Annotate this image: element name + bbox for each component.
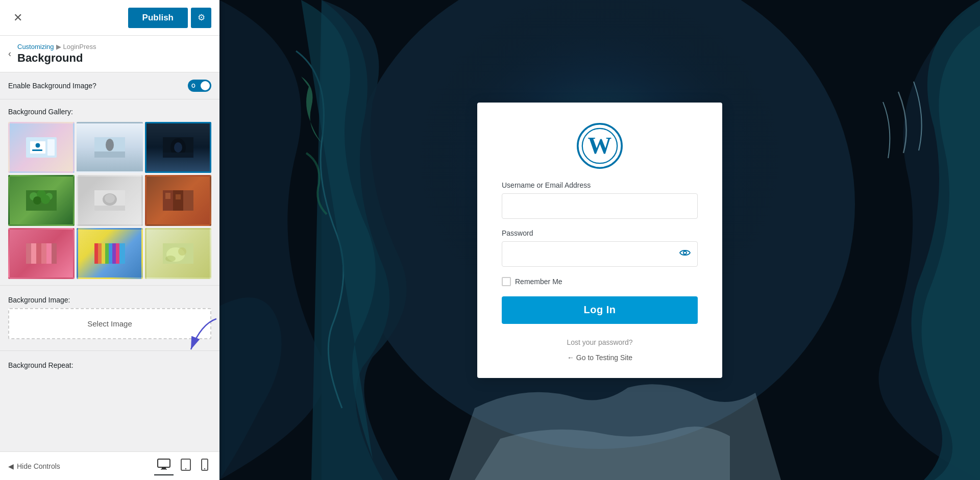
- customizer-panel: ✕ Publish ⚙ ‹ Customizing ▶ LoginPress B…: [0, 0, 219, 480]
- svg-point-16: [33, 196, 41, 205]
- publish-area: Publish ⚙: [128, 8, 211, 28]
- remember-me-checkbox[interactable]: [502, 277, 511, 286]
- svg-rect-11: [163, 153, 193, 158]
- password-wrapper: [502, 241, 698, 267]
- hide-controls-label: Hide Controls: [17, 462, 60, 470]
- gallery-grid: [0, 120, 219, 285]
- svg-rect-4: [47, 139, 55, 156]
- preview-background: W Username or Email Address Password: [219, 0, 980, 480]
- gallery-thumb-2[interactable]: [77, 122, 143, 173]
- svg-rect-7: [94, 151, 125, 158]
- svg-rect-39: [105, 243, 109, 264]
- svg-rect-24: [173, 190, 183, 211]
- hide-controls-button[interactable]: ◀ Hide Controls: [8, 462, 60, 470]
- toggle-label: Enable Background Image?: [8, 82, 96, 90]
- mobile-view-button[interactable]: [198, 457, 211, 475]
- svg-rect-31: [36, 243, 41, 264]
- device-icons-group: [154, 457, 211, 475]
- background-repeat-label: Background Repeat:: [8, 355, 211, 371]
- toggle-knob: [201, 81, 210, 90]
- svg-rect-25: [183, 190, 193, 211]
- svg-point-17: [41, 195, 50, 204]
- password-form-group: Password: [502, 229, 698, 267]
- enable-background-toggle-row: Enable Background Image? O: [0, 72, 219, 99]
- svg-point-47: [165, 256, 176, 262]
- svg-rect-41: [112, 243, 116, 264]
- svg-rect-37: [98, 243, 102, 264]
- settings-button[interactable]: ⚙: [191, 8, 211, 28]
- toggle-on-text: O: [191, 83, 195, 89]
- svg-rect-36: [94, 243, 98, 264]
- svg-point-10: [174, 142, 182, 153]
- top-bar: ✕ Publish ⚙: [0, 0, 219, 36]
- show-password-icon[interactable]: [679, 248, 691, 259]
- remember-me-row: Remember Me: [502, 277, 698, 286]
- username-form-group: Username or Email Address: [502, 181, 698, 219]
- gallery-section-label: Background Gallery:: [0, 99, 219, 120]
- background-repeat-section: Background Repeat:: [0, 351, 219, 375]
- gallery-thumb-9[interactable]: [145, 228, 211, 279]
- svg-rect-40: [109, 243, 112, 264]
- left-arrow-icon: ◀: [8, 462, 14, 470]
- back-arrow-icon[interactable]: ‹: [8, 48, 11, 59]
- svg-rect-32: [41, 243, 46, 264]
- preview-area: W Username or Email Address Password: [219, 0, 980, 480]
- svg-point-62: [683, 251, 687, 254]
- background-image-label: Background Image:: [8, 290, 211, 308]
- svg-text:W: W: [588, 132, 612, 159]
- svg-rect-50: [162, 467, 166, 469]
- svg-point-55: [204, 468, 205, 469]
- svg-point-6: [106, 139, 114, 151]
- svg-point-20: [105, 194, 115, 203]
- desktop-view-button[interactable]: [154, 457, 174, 475]
- breadcrumb-separator: ▶: [56, 43, 61, 50]
- svg-rect-38: [102, 243, 105, 264]
- gallery-thumb-8[interactable]: [77, 228, 143, 279]
- gallery-thumb-3[interactable]: [145, 122, 211, 173]
- select-image-button[interactable]: Select Image: [8, 308, 211, 339]
- gallery-thumb-1[interactable]: [8, 122, 75, 173]
- svg-rect-34: [52, 243, 57, 264]
- remember-me-label: Remember Me: [515, 277, 562, 286]
- svg-rect-43: [119, 243, 125, 264]
- breadcrumb: Customizing ▶ LoginPress: [17, 43, 96, 50]
- svg-rect-33: [46, 243, 52, 264]
- username-input[interactable]: [502, 193, 698, 219]
- svg-rect-30: [31, 243, 36, 264]
- login-card: W Username or Email Address Password: [477, 103, 722, 378]
- go-testing-site-link[interactable]: ← Go to Testing Site: [567, 353, 632, 362]
- svg-rect-21: [94, 206, 125, 211]
- background-image-section: Background Image: Select Image: [0, 286, 219, 345]
- login-button[interactable]: Log In: [502, 296, 698, 324]
- bottom-bar: ◀ Hide Controls: [0, 451, 219, 480]
- page-title: Background: [17, 52, 96, 65]
- svg-rect-49: [158, 459, 170, 467]
- svg-rect-26: [165, 193, 170, 199]
- breadcrumb-text: Customizing ▶ LoginPress Background: [17, 43, 96, 65]
- svg-point-2: [35, 143, 40, 148]
- lost-password-link[interactable]: Lost your password?: [567, 338, 632, 346]
- breadcrumb-area: ‹ Customizing ▶ LoginPress Background: [0, 36, 219, 72]
- panel-content: Enable Background Image? O Background Ga…: [0, 72, 219, 451]
- tablet-view-button[interactable]: [178, 457, 194, 475]
- svg-point-53: [185, 468, 186, 469]
- breadcrumb-parent-link[interactable]: Customizing: [17, 43, 54, 50]
- breadcrumb-child: LoginPress: [63, 43, 96, 50]
- close-button[interactable]: ✕: [8, 8, 28, 28]
- password-input[interactable]: [502, 241, 698, 267]
- svg-rect-42: [116, 243, 119, 264]
- svg-rect-51: [161, 469, 167, 470]
- svg-rect-29: [26, 243, 31, 264]
- password-label: Password: [502, 229, 698, 237]
- svg-rect-27: [176, 194, 181, 199]
- gallery-thumb-6[interactable]: [145, 175, 211, 226]
- svg-point-46: [178, 247, 186, 256]
- svg-rect-3: [32, 149, 42, 151]
- username-label: Username or Email Address: [502, 181, 698, 189]
- toggle-switch[interactable]: O: [188, 80, 211, 92]
- gallery-thumb-4[interactable]: [8, 175, 75, 226]
- gallery-thumb-7[interactable]: [8, 228, 75, 279]
- publish-button[interactable]: Publish: [128, 8, 188, 28]
- gallery-thumb-5[interactable]: [77, 175, 143, 226]
- wordpress-logo: W: [577, 123, 623, 169]
